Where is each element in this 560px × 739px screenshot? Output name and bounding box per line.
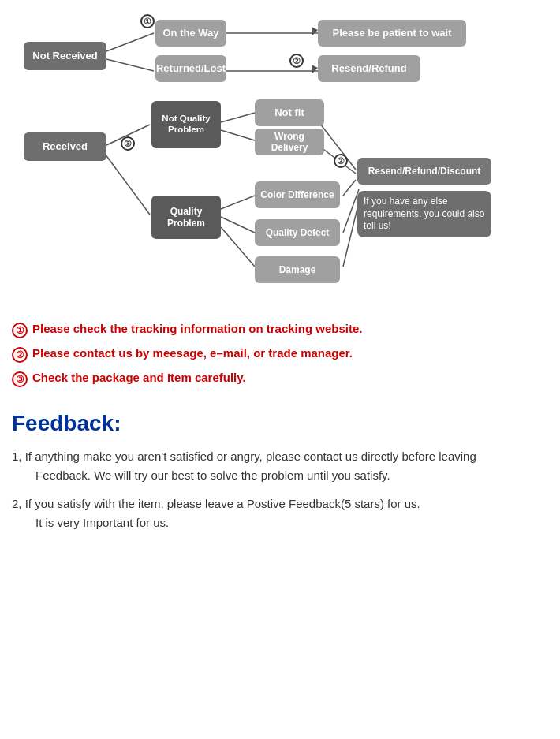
svg-line-9 (221, 217, 255, 233)
box-not-quality-problem: Not Quality Problem (151, 101, 221, 148)
instruction-3: ③ Check the package and Item carefully. (12, 371, 548, 387)
svg-line-10 (221, 227, 255, 267)
box-color-difference: Color Difference (255, 181, 340, 208)
circle-1: ① (140, 14, 155, 28)
svg-line-0 (106, 33, 154, 51)
box-not-fit: Not fit (255, 99, 324, 126)
svg-line-7 (221, 130, 255, 140)
box-damage: Damage (255, 256, 340, 283)
circle-2-top: ② (289, 54, 304, 68)
feedback-item-1: 1, If anything make you aren't satisfied… (12, 447, 548, 485)
svg-line-8 (221, 196, 255, 209)
feedback-item-2: 2, If you satisfy with the item, please … (12, 495, 548, 532)
svg-line-14 (343, 189, 359, 233)
box-quality-problem: Quality Problem (151, 196, 221, 239)
instr-text-3: Check the package and Item carefully. (32, 371, 246, 384)
box-received: Received (24, 132, 106, 161)
box-wrong-delivery: Wrong Delivery (255, 129, 324, 155)
bubble-extra-note: If you have any else requirements, you c… (357, 191, 491, 237)
svg-line-1 (106, 59, 154, 71)
feedback-item-1-indent: Feedback. We will try our best to solve … (12, 466, 548, 485)
circle-3: ③ (121, 136, 135, 151)
box-resend-refund-discount: Resend/Refund/Discount (357, 158, 491, 185)
svg-line-13 (343, 180, 356, 196)
instr-num-3: ③ (12, 371, 28, 387)
box-not-received: Not Received (24, 42, 106, 70)
instr-num-1: ① (12, 323, 28, 338)
svg-marker-17 (312, 65, 318, 74)
instr-text-1: Please check the tracking information on… (32, 322, 362, 335)
box-quality-defect: Quality Defect (255, 219, 340, 246)
feedback-item-2-main: 2, If you satisfy with the item, please … (12, 497, 420, 510)
circle-2-bottom: ② (334, 154, 348, 168)
svg-line-5 (105, 154, 150, 215)
feedback-item-1-main: 1, If anything make you aren't satisfied… (12, 450, 476, 463)
instructions-section: ① Please check the tracking information … (12, 322, 548, 387)
box-resend-refund-top: Resend/Refund (318, 55, 420, 82)
box-on-the-way: On the Way (155, 20, 226, 47)
box-returned-lost: Returned/Lost (155, 55, 226, 82)
box-please-wait: Please be patient to wait (318, 20, 466, 47)
instr-text-2: Please contact us by meesage, e–mail, or… (32, 346, 353, 360)
instruction-2: ② Please contact us by meesage, e–mail, … (12, 346, 548, 363)
feedback-title: Feedback: (12, 411, 548, 436)
feedback-section: Feedback: 1, If anything make you aren't… (12, 411, 548, 532)
svg-marker-16 (312, 27, 318, 36)
instruction-1: ① Please check the tracking information … (12, 322, 548, 338)
flowchart: ① ② ③ ② Not Received On the Way Returned… (12, 8, 548, 308)
instr-num-2: ② (12, 347, 28, 363)
svg-line-6 (221, 113, 255, 122)
feedback-item-2-indent: It is very Important for us. (12, 513, 548, 532)
